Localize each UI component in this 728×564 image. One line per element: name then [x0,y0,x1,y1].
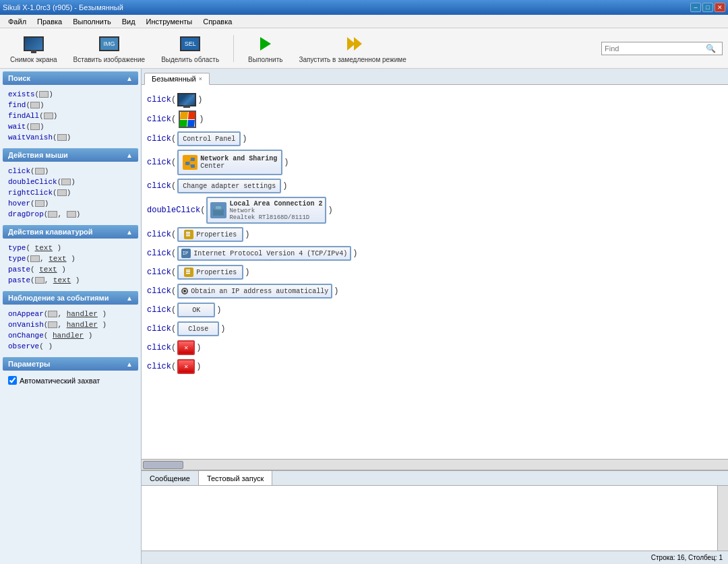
sidebar-item-paste-img[interactable]: paste( , text ) [8,275,133,286]
sidebar-item-click[interactable]: click( ) [8,166,133,177]
script-line-9: click( Properties ) [147,263,723,282]
params-section-header[interactable]: Параметры ▲ [3,357,138,371]
menu-view[interactable]: Вид [117,16,141,27]
ok-button[interactable]: OK [177,303,215,317]
mouse-section-header[interactable]: Действия мыши ▲ [3,148,138,162]
tab-unnamed[interactable]: Безымянный × [144,73,210,85]
select-area-button[interactable]: SEL Выделить область [156,31,224,65]
keyboard-collapse-icon: ▲ [126,228,133,236]
run-slow-icon [342,33,363,55]
script-line-8: click( IP Internet Protocol Version 4 (T… [147,244,723,263]
close-dialog-button[interactable]: Close [177,321,219,336]
svg-rect-3 [185,162,189,165]
menu-edit[interactable]: Правка [32,16,67,27]
svg-rect-10 [216,206,221,209]
search-section-header[interactable]: Поиск ▲ [3,71,138,85]
keyboard-section-header[interactable]: Действия клавиатурой ▲ [3,225,138,239]
run-icon [255,33,276,55]
insert-image-label: Вставить изображение [73,56,146,63]
horizontal-scrollbar[interactable] [142,459,728,470]
run-label: Выполнить [248,56,282,63]
sidebar-item-wait[interactable]: wait( ) [8,121,133,132]
sidebar-item-onappear[interactable]: onAppear( , handler ) [8,309,133,319]
minimize-button[interactable]: – [690,3,701,12]
tcp-ipv4-button[interactable]: IP Internet Protocol Version 4 (TCP/IPv4… [177,246,351,261]
lan-driver: Realtek RTl8168D/8111D [229,214,322,221]
screenshot-label: Снимок экрана [10,56,57,63]
sidebar-item-dragdrop[interactable]: dragDrop( , ) [8,209,133,220]
win-logo-thumbnail[interactable] [179,111,196,128]
sidebar-item-paste[interactable]: paste( text ) [8,264,133,275]
toolbar-separator-1 [233,35,234,62]
svg-rect-12 [186,232,190,233]
status-bar: Строка: 16, Столбец: 1 [142,551,728,564]
search-icon[interactable]: 🔍 [706,44,716,53]
events-section-header[interactable]: Наблюдение за событиями ▲ [3,291,138,305]
params-collapse-icon: ▲ [126,361,133,368]
screenshot-icon [23,33,44,55]
sidebar-item-type[interactable]: type( text ) [8,243,133,253]
lan-connection-button[interactable]: Local Area Connection 2 Network Realtek … [206,197,326,224]
x-button-1[interactable]: ✕ [177,340,195,355]
events-section: Наблюдение за событиями ▲ onAppear( , ha… [3,291,138,354]
svg-line-7 [189,163,191,166]
script-line-13: click( ✕ ) [147,338,723,357]
sidebar-item-exists[interactable]: exists( ) [8,89,133,100]
search-input[interactable] [605,44,706,53]
run-button[interactable]: Выполнить [243,31,287,65]
properties-icon-2 [184,268,193,277]
sidebar-item-find[interactable]: find( ) [8,100,133,111]
sidebar-item-type-img[interactable]: type( , text ) [8,253,133,264]
sidebar-item-hover[interactable]: hover( ) [8,198,133,209]
menu-help[interactable]: Справка [198,16,237,27]
mouse-collapse-icon: ▲ [126,152,133,159]
network-sharing-button[interactable]: Network and Sharing Center [177,150,282,175]
obtain-ip-button[interactable]: Obtain an IP address automatically [177,284,332,299]
screenshot-button[interactable]: Снимок экрана [5,31,62,65]
sidebar-item-findall[interactable]: findAll( ) [8,111,133,121]
search-bar: 🔍 [601,42,723,55]
auto-capture-input[interactable] [8,376,17,385]
h-scroll-thumb[interactable] [143,461,183,469]
close-button[interactable]: ✕ [715,3,725,12]
tab-bar: Безымянный × [142,69,728,85]
menu-run[interactable]: Выполнить [67,16,116,27]
properties-button-1[interactable]: Properties [177,227,243,242]
svg-rect-4 [191,158,195,161]
tab-message[interactable]: Сообщение [142,471,199,485]
sidebar-item-onvanish[interactable]: onVanish( , handler ) [8,319,133,330]
tab-test-run[interactable]: Тестовый запуск [199,471,273,485]
script-line-6: doubleClick( Local Area Connection 2 Net… [147,195,723,225]
properties-button-2[interactable]: Properties [177,265,243,280]
script-line-10: click( Obtain an IP address automaticall… [147,282,723,301]
adapter-settings-button[interactable]: Change adapter settings [177,179,281,193]
tcp-icon: IP [181,249,191,258]
script-line-3: click( Control Panel ) [147,129,723,148]
sidebar-item-rightclick[interactable]: rightClick( ) [8,187,133,198]
tab-close-icon[interactable]: × [199,75,202,82]
content-area: Безымянный × click( ) click( ) [142,69,728,564]
maximize-button[interactable]: □ [702,3,713,12]
x-button-2[interactable]: ✕ [177,359,195,374]
sidebar-item-waitvanish[interactable]: waitVanish( ) [8,132,133,143]
properties-icon-1 [184,230,193,239]
search-collapse-icon: ▲ [126,75,133,82]
sidebar-item-observe[interactable]: observe( ) [8,341,133,352]
sidebar-item-dblclick[interactable]: doubleClick( ) [8,177,133,187]
screen-thumbnail-1[interactable] [177,93,196,106]
control-panel-button[interactable]: Control Panel [177,131,241,146]
script-area[interactable]: click( ) click( ) click( Control Panel [142,85,728,459]
script-line-4: click( Network and Sharing Center [147,148,723,177]
events-content: onAppear( , handler ) onVanish( , handle… [3,306,138,354]
insert-image-icon: IMG [98,33,120,55]
menu-file[interactable]: Файл [3,16,32,27]
sidebar-item-onchange[interactable]: onChange( handler ) [8,330,133,341]
run-slow-button[interactable]: Запустить в замедленном режиме [294,31,411,65]
menu-tools[interactable]: Инструменты [141,16,198,27]
svg-rect-13 [186,234,190,235]
auto-capture-checkbox[interactable]: Автоматический захват [8,375,133,386]
insert-image-button[interactable]: IMG Вставить изображение [69,31,150,65]
bottom-scrollbar[interactable] [717,486,728,551]
search-section: Поиск ▲ exists( ) find( ) findAll( ) wai… [3,71,138,146]
events-collapse-icon: ▲ [126,294,133,302]
